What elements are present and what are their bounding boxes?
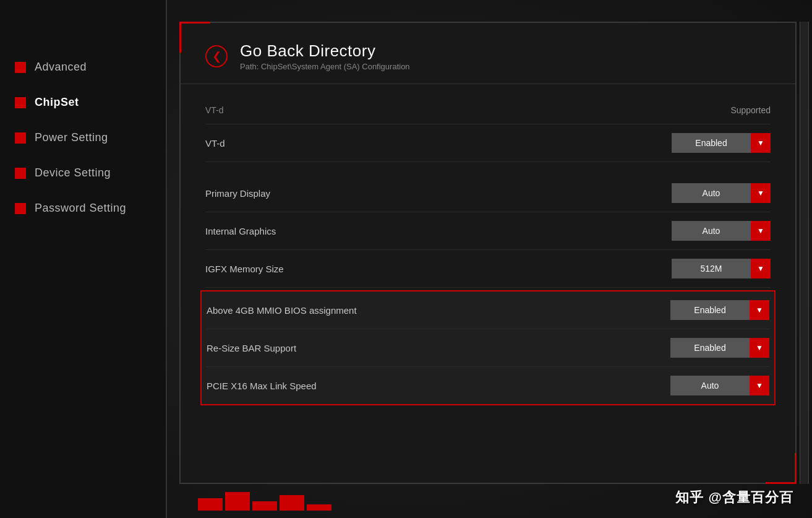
sidebar-bullet-chipset (15, 97, 26, 108)
igfx-memory-label: IGFX Memory Size (205, 264, 284, 274)
corner-decoration-br (766, 453, 797, 484)
deco-piece-2 (225, 492, 250, 511)
pcie-x16-label: PCIE X16 Max Link Speed (207, 381, 317, 391)
resize-bar-row: Re-Size BAR Support Enabled ▼ (207, 329, 769, 367)
deco-piece-4 (280, 495, 304, 511)
above-4gb-row: Above 4GB MMIO BIOS assignment Enabled ▼ (207, 291, 769, 329)
bottom-decoration (198, 492, 331, 511)
header-text: Go Back Directory Path: ChipSet\System A… (240, 41, 410, 71)
highlighted-group: Above 4GB MMIO BIOS assignment Enabled ▼… (200, 290, 776, 405)
deco-piece-3 (252, 501, 277, 511)
sidebar-label-device: Device Setting (35, 166, 111, 179)
above-4gb-value: Enabled (670, 305, 750, 315)
primary-display-value: Auto (672, 188, 751, 198)
igfx-memory-dropdown[interactable]: 512M ▼ (672, 259, 771, 278)
vtd-status-row: VT-d Supported (205, 97, 771, 124)
resize-bar-dropdown[interactable]: Enabled ▼ (670, 338, 769, 358)
internal-graphics-dropdown[interactable]: Auto ▼ (672, 221, 771, 241)
igfx-memory-row: IGFX Memory Size 512M ▼ (205, 250, 771, 288)
sidebar-label-advanced: Advanced (35, 61, 87, 74)
above-4gb-label: Above 4GB MMIO BIOS assignment (207, 305, 357, 316)
sidebar-bullet-password (15, 203, 26, 214)
path-text: Path: ChipSet\System Agent (SA) Configur… (240, 62, 410, 71)
main-content: ❮ Go Back Directory Path: ChipSet\System… (179, 22, 797, 484)
sidebar-label-password: Password Setting (35, 202, 126, 215)
primary-display-row: Primary Display Auto ▼ (205, 175, 771, 212)
right-decoration (800, 22, 809, 484)
page-title: Go Back Directory (240, 41, 410, 61)
resize-bar-value: Enabled (670, 343, 750, 353)
sidebar-item-password-setting[interactable]: Password Setting (0, 191, 166, 226)
above-4gb-arrow: ▼ (750, 300, 769, 320)
resize-bar-arrow: ▼ (750, 338, 769, 358)
corner-decoration-tl (179, 22, 210, 53)
internal-graphics-label: Internal Graphics (205, 226, 276, 236)
internal-graphics-value: Auto (672, 226, 751, 236)
primary-display-label: Primary Display (205, 188, 270, 199)
sidebar-item-device-setting[interactable]: Device Setting (0, 155, 166, 191)
sidebar: Advanced ChipSet Power Setting Device Se… (0, 0, 167, 518)
vtd-status-label: VT-d (205, 105, 224, 115)
header: ❮ Go Back Directory Path: ChipSet\System… (181, 23, 795, 84)
vtd-row: VT-d Enabled ▼ (205, 124, 771, 162)
sidebar-label-power: Power Setting (35, 131, 108, 144)
sidebar-item-power-setting[interactable]: Power Setting (0, 120, 166, 155)
igfx-memory-value: 512M (672, 264, 751, 274)
sidebar-bullet-advanced (15, 62, 26, 73)
sidebar-bullet-power (15, 132, 26, 144)
vtd-dropdown-value: Enabled (672, 138, 751, 148)
sidebar-item-advanced[interactable]: Advanced (0, 50, 166, 85)
internal-graphics-arrow: ▼ (751, 221, 771, 241)
igfx-memory-arrow: ▼ (751, 259, 771, 278)
primary-display-arrow: ▼ (751, 183, 771, 203)
deco-piece-1 (198, 498, 223, 511)
sidebar-bullet-device (15, 168, 26, 179)
primary-display-dropdown[interactable]: Auto ▼ (672, 183, 771, 203)
settings-container: VT-d Supported VT-d Enabled ▼ Primary Di… (181, 97, 795, 405)
pcie-x16-value: Auto (670, 381, 750, 391)
pcie-x16-arrow: ▼ (750, 376, 769, 395)
vtd-label: VT-d (205, 138, 225, 149)
vtd-dropdown-arrow: ▼ (751, 133, 771, 153)
back-icon: ❮ (212, 50, 221, 63)
sidebar-label-chipset: ChipSet (35, 96, 79, 109)
vtd-status-value: Supported (696, 105, 771, 115)
deco-piece-5 (307, 504, 331, 511)
resize-bar-label: Re-Size BAR Support (207, 343, 296, 353)
vtd-dropdown[interactable]: Enabled ▼ (672, 133, 771, 153)
above-4gb-dropdown[interactable]: Enabled ▼ (670, 300, 769, 320)
pcie-x16-dropdown[interactable]: Auto ▼ (670, 376, 769, 395)
internal-graphics-row: Internal Graphics Auto ▼ (205, 212, 771, 250)
sidebar-item-chipset[interactable]: ChipSet (0, 85, 166, 120)
pcie-x16-row: PCIE X16 Max Link Speed Auto ▼ (207, 367, 769, 404)
watermark: 知乎 @含量百分百 (675, 488, 793, 507)
content-inner: ❮ Go Back Directory Path: ChipSet\System… (179, 22, 797, 484)
